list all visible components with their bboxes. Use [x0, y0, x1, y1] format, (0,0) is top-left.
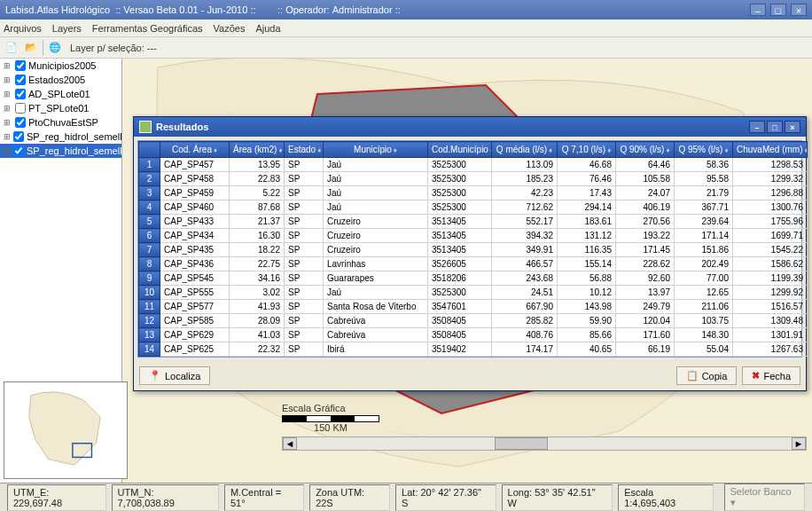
- cell[interactable]: 1299.32: [733, 172, 808, 186]
- cell[interactable]: SP: [285, 215, 324, 229]
- cell[interactable]: 12.65: [675, 286, 733, 300]
- layer-item[interactable]: ⊞SP_reg_hidrol_semelh_A: [0, 130, 121, 144]
- dialog-maximize-button[interactable]: □: [767, 121, 783, 133]
- cell[interactable]: 66.19: [616, 342, 675, 357]
- cell[interactable]: Cabreúva: [324, 328, 428, 342]
- cell[interactable]: 171.45: [616, 243, 675, 257]
- cell[interactable]: 3518206: [428, 271, 492, 286]
- table-row[interactable]: 1CAP_SP45713.95SPJaú3525300113.0946.6864…: [139, 158, 808, 172]
- copia-button[interactable]: 📋 Copia: [676, 366, 738, 385]
- cell[interactable]: Lavrinhas: [324, 257, 428, 271]
- cell[interactable]: 211.06: [675, 300, 733, 314]
- cell[interactable]: Cabreúva: [324, 314, 428, 328]
- cell[interactable]: 3525300: [428, 172, 492, 186]
- column-header[interactable]: Área (km2)♦: [230, 142, 285, 158]
- cell[interactable]: 349.91: [492, 243, 558, 257]
- cell[interactable]: 171.60: [616, 328, 675, 342]
- cell[interactable]: 42.23: [492, 186, 558, 200]
- cell[interactable]: 1299.92: [733, 286, 808, 300]
- cell[interactable]: 40.65: [558, 342, 616, 357]
- layer-checkbox[interactable]: [13, 131, 24, 142]
- cell[interactable]: CAP_SP555: [160, 286, 230, 300]
- scroll-right-icon[interactable]: ►: [792, 437, 806, 450]
- menu-ferramentas[interactable]: Ferramentas Geográficas: [92, 23, 203, 34]
- cell[interactable]: 3525300: [428, 200, 492, 215]
- cell[interactable]: 22.83: [230, 172, 285, 186]
- cell[interactable]: 552.17: [492, 215, 558, 229]
- cell[interactable]: CAP_SP625: [160, 342, 230, 357]
- column-header[interactable]: Cod. Área♦: [160, 142, 230, 158]
- cell[interactable]: 294.14: [558, 200, 616, 215]
- cell[interactable]: 3513405: [428, 243, 492, 257]
- cell[interactable]: 1199.39: [733, 271, 808, 286]
- cell[interactable]: 92.60: [616, 271, 675, 286]
- layer-item[interactable]: ⊞AD_SPLote01: [0, 87, 121, 101]
- cell[interactable]: 3547601: [428, 300, 492, 314]
- cell[interactable]: 1300.76: [733, 200, 808, 215]
- table-row[interactable]: 12CAP_SP58528.09SPCabreúva3508405285.825…: [139, 314, 808, 328]
- cell[interactable]: 55.04: [675, 342, 733, 357]
- cell[interactable]: 183.61: [558, 215, 616, 229]
- overview-map[interactable]: [4, 381, 128, 479]
- cell[interactable]: 1309.48: [733, 314, 808, 328]
- layer-checkbox[interactable]: [15, 117, 26, 128]
- cell[interactable]: Jaú: [324, 286, 428, 300]
- cell[interactable]: 148.30: [675, 328, 733, 342]
- cell[interactable]: Cruzeiro: [324, 215, 428, 229]
- table-row[interactable]: 11CAP_SP57741.93SPSanta Rosa de Viterbo3…: [139, 300, 808, 314]
- cell[interactable]: Guararapes: [324, 271, 428, 286]
- cell[interactable]: 408.76: [492, 328, 558, 342]
- cell[interactable]: 10.12: [558, 286, 616, 300]
- cell[interactable]: Jaú: [324, 186, 428, 200]
- dialog-title-bar[interactable]: Resultados – □ ×: [134, 117, 806, 137]
- cell[interactable]: CAP_SP458: [160, 172, 230, 186]
- cell[interactable]: 3526605: [428, 257, 492, 271]
- cell[interactable]: 406.19: [616, 200, 675, 215]
- cell[interactable]: 466.57: [492, 257, 558, 271]
- tool-globe-icon[interactable]: 🌐: [47, 40, 63, 56]
- cell[interactable]: 285.82: [492, 314, 558, 328]
- layer-item[interactable]: ⊞Municipios2005: [0, 59, 121, 73]
- cell[interactable]: 3.02: [230, 286, 285, 300]
- cell[interactable]: CAP_SP577: [160, 300, 230, 314]
- cell[interactable]: 228.62: [616, 257, 675, 271]
- status-seletor-banco[interactable]: Seletor Banco ▾: [724, 483, 805, 511]
- cell[interactable]: 28.09: [230, 314, 285, 328]
- cell[interactable]: 1296.88: [733, 186, 808, 200]
- cell[interactable]: Cruzeiro: [324, 243, 428, 257]
- cell[interactable]: SP: [285, 300, 324, 314]
- cell[interactable]: 239.64: [675, 215, 733, 229]
- cell[interactable]: 95.58: [675, 172, 733, 186]
- cell[interactable]: 3508405: [428, 328, 492, 342]
- table-row[interactable]: 8CAP_SP43622.75SPLavrinhas3526605466.571…: [139, 257, 808, 271]
- cell[interactable]: 712.62: [492, 200, 558, 215]
- tool-open-icon[interactable]: 📂: [23, 40, 39, 56]
- layer-checkbox[interactable]: [15, 103, 26, 114]
- cell[interactable]: 24.07: [616, 186, 675, 200]
- table-row[interactable]: 4CAP_SP46087.68SPJaú3525300712.62294.144…: [139, 200, 808, 215]
- results-grid[interactable]: Cod. Área♦Área (km2)♦Estado♦Município♦Co…: [137, 140, 802, 358]
- cell[interactable]: 1298.53: [733, 158, 808, 172]
- layer-item[interactable]: ⊞PT_SPLote01: [0, 101, 121, 115]
- expand-icon[interactable]: ⊞: [4, 61, 12, 70]
- cell[interactable]: 21.37: [230, 215, 285, 229]
- cell[interactable]: 1586.62: [733, 257, 808, 271]
- table-row[interactable]: 5CAP_SP43321.37SPCruzeiro3513405552.1718…: [139, 215, 808, 229]
- cell[interactable]: 16.30: [230, 229, 285, 243]
- layer-item[interactable]: ⊞Estados2005: [0, 73, 121, 87]
- menu-arquivos[interactable]: Arquivos: [4, 23, 42, 34]
- cell[interactable]: 1699.71: [733, 229, 808, 243]
- cell[interactable]: CAP_SP459: [160, 186, 230, 200]
- cell[interactable]: Santa Rosa de Viterbo: [324, 300, 428, 314]
- cell[interactable]: 3525300: [428, 158, 492, 172]
- scroll-thumb[interactable]: [495, 437, 548, 450]
- cell[interactable]: 22.75: [230, 257, 285, 271]
- expand-icon[interactable]: ⊞: [4, 90, 12, 98]
- layer-checkbox[interactable]: [15, 75, 26, 85]
- cell[interactable]: 174.17: [492, 342, 558, 357]
- cell[interactable]: 24.51: [492, 286, 558, 300]
- cell[interactable]: CAP_SP457: [160, 158, 230, 172]
- cell[interactable]: 59.90: [558, 314, 616, 328]
- cell[interactable]: 120.04: [616, 314, 675, 328]
- minimize-button[interactable]: –: [750, 4, 766, 16]
